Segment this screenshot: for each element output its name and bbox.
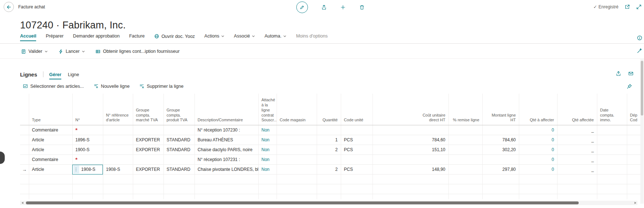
share-button[interactable]	[321, 4, 327, 10]
cell-dep_code[interactable]	[627, 165, 641, 174]
cell-attached[interactable]: Non	[258, 155, 277, 165]
row-selector[interactable]	[20, 125, 29, 135]
scroll-right-arrow[interactable]	[633, 201, 637, 205]
cell-quantity[interactable]: 1	[317, 135, 341, 145]
cell-line_amount[interactable]	[482, 125, 519, 135]
empty-cell[interactable]	[103, 194, 133, 200]
column-header-qty_assigned[interactable]: Qté affectée	[557, 94, 597, 125]
empty-cell[interactable]	[519, 184, 557, 194]
cell-vat_bus[interactable]: EXPORTER	[133, 165, 163, 174]
cell-fa_posting_date[interactable]	[597, 165, 627, 174]
empty-cell[interactable]	[194, 184, 258, 194]
cell-description[interactable]: Bureau ATHÈNES	[194, 135, 258, 145]
vertical-scroll-thumb[interactable]	[641, 61, 643, 115]
nav-tab-preparer[interactable]: Préparer	[46, 34, 63, 41]
empty-cell[interactable]	[482, 194, 519, 200]
cell-location[interactable]	[277, 145, 317, 155]
row-selector[interactable]	[20, 194, 29, 200]
nav-tab-automa[interactable]: Automa.	[265, 34, 287, 41]
share-lines-button[interactable]	[616, 71, 621, 76]
nav-tab-actions[interactable]: Actions	[204, 34, 224, 41]
cell-unit_cost[interactable]: 784,60	[373, 135, 448, 145]
back-button[interactable]	[4, 2, 14, 12]
cell-dep_code[interactable]	[627, 145, 641, 155]
table-row-1896-s[interactable]: Article1896-SEXPORTERSTANDARDBureau ATHÈ…	[20, 135, 641, 145]
cell-description[interactable]: N° réception 107231 :	[194, 155, 258, 165]
column-header-line_amount[interactable]: Montant ligne HT	[482, 94, 519, 125]
cell-line_discount[interactable]	[448, 125, 482, 135]
empty-cell[interactable]	[482, 174, 519, 184]
cell-quantity[interactable]: 2	[317, 145, 341, 155]
empty-cell[interactable]	[557, 184, 597, 194]
empty-cell[interactable]	[373, 194, 448, 200]
column-header-dep_code[interactable]: Dép Cod	[627, 94, 641, 125]
cell-attached[interactable]: Non	[258, 165, 277, 174]
empty-cell[interactable]	[597, 184, 627, 194]
cell-unit[interactable]	[341, 125, 373, 135]
cell-attached[interactable]: Non	[258, 125, 277, 135]
help-button[interactable]	[637, 35, 643, 41]
cell-no[interactable]: 1900-S	[72, 145, 103, 155]
column-header-vat_prod[interactable]: Groupe compta. produit TVA	[163, 94, 194, 125]
cell-qty_assigned[interactable]: _	[557, 145, 597, 155]
select-all-header[interactable]	[20, 94, 29, 125]
resize-page-button[interactable]	[636, 4, 642, 10]
cell-item_ref[interactable]	[103, 145, 133, 155]
cell-description[interactable]: Chaise dactylo PARIS, noire	[194, 145, 258, 155]
empty-cell[interactable]	[557, 194, 597, 200]
column-header-attached[interactable]: Attaché à la ligne contrat Souscr...	[258, 94, 277, 125]
table-row-0[interactable]: Commentaire*N° réception 107230 :Non0_	[20, 125, 641, 135]
cell-line_discount[interactable]	[448, 135, 482, 145]
cell-unit_cost[interactable]	[373, 125, 448, 135]
empty-cell[interactable]	[258, 174, 277, 184]
empty-cell[interactable]	[373, 184, 448, 194]
empty-cell[interactable]	[448, 194, 482, 200]
nav-tab-accueil[interactable]: Accueil	[20, 34, 36, 41]
cell-vat_bus[interactable]	[133, 125, 163, 135]
vertical-scrollbar[interactable]	[640, 59, 644, 204]
empty-cell[interactable]	[72, 174, 103, 184]
cell-unit[interactable]: PCS	[341, 165, 373, 174]
empty-cell[interactable]	[103, 174, 133, 184]
cell-qty_assigned[interactable]: _	[557, 135, 597, 145]
empty-cell[interactable]	[133, 174, 163, 184]
column-header-quantity[interactable]: Quantité	[317, 94, 341, 125]
nav-tab-facture[interactable]: Facture	[129, 34, 144, 41]
column-header-description[interactable]: Description/Commentaire	[194, 94, 258, 125]
cell-line_amount[interactable]	[482, 155, 519, 165]
empty-cell[interactable]	[163, 174, 194, 184]
cell-unit_cost[interactable]: 148,90	[373, 165, 448, 174]
empty-cell[interactable]	[373, 174, 448, 184]
lines-tab-gerer[interactable]: Gérer	[49, 72, 61, 79]
empty-cell[interactable]	[258, 184, 277, 194]
row-selector[interactable]	[20, 155, 29, 165]
empty-cell[interactable]	[29, 174, 72, 184]
cell-fa_posting_date[interactable]	[597, 145, 627, 155]
cell-description[interactable]: N° réception 107230 :	[194, 125, 258, 135]
empty-cell[interactable]	[194, 194, 258, 200]
cell-vat_bus[interactable]	[133, 155, 163, 165]
cell-dep_code[interactable]	[627, 125, 641, 135]
empty-cell[interactable]	[72, 194, 103, 200]
cell-attached[interactable]: Non	[258, 145, 277, 155]
horizontal-scroll-thumb[interactable]	[26, 201, 579, 204]
cell-location[interactable]	[277, 135, 317, 145]
toolbar-supprimer-la-ligne[interactable]: Supprimer la ligne	[139, 83, 184, 89]
cell-location[interactable]	[277, 125, 317, 135]
empty-cell[interactable]	[557, 174, 597, 184]
column-header-unit_cost[interactable]: Coût unitaire direct HT	[373, 94, 448, 125]
column-header-unit[interactable]: Code unité	[341, 94, 373, 125]
horizontal-scrollbar[interactable]	[20, 201, 637, 205]
cell-qty_to_assign[interactable]: 0	[519, 155, 557, 165]
empty-row[interactable]	[20, 194, 641, 200]
cell-no[interactable]: ⋮1908-S	[72, 165, 103, 174]
cell-quantity[interactable]	[317, 155, 341, 165]
cell-context-menu-button[interactable]: ⋮	[73, 165, 79, 173]
empty-cell[interactable]	[597, 174, 627, 184]
empty-cell[interactable]	[627, 194, 641, 200]
scroll-left-arrow[interactable]	[20, 201, 24, 205]
nav-tab-demander-approbation[interactable]: Demander approbation	[73, 34, 120, 41]
cell-unit[interactable]	[341, 155, 373, 165]
empty-cell[interactable]	[103, 184, 133, 194]
cell-type[interactable]: Commentaire	[29, 155, 72, 165]
